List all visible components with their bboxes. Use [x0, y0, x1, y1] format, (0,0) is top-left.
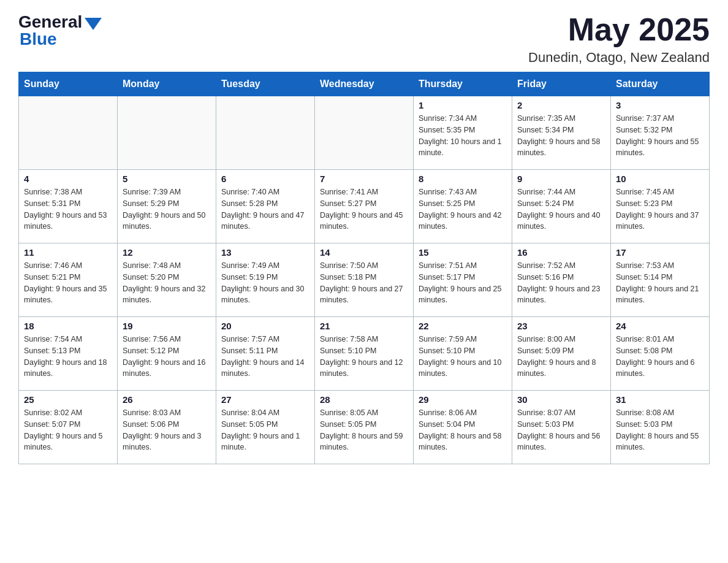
- day-header-thursday: Thursday: [414, 72, 512, 96]
- cell-sun-info: Sunrise: 8:06 AMSunset: 5:04 PMDaylight:…: [419, 407, 507, 453]
- cell-day-number: 24: [616, 321, 704, 331]
- calendar-cell: 3Sunrise: 7:37 AMSunset: 5:32 PMDaylight…: [611, 96, 710, 170]
- calendar-cell: 4Sunrise: 7:38 AMSunset: 5:31 PMDaylight…: [19, 170, 118, 243]
- cell-day-number: 26: [123, 394, 211, 405]
- calendar-cell: 21Sunrise: 7:58 AMSunset: 5:10 PMDayligh…: [315, 317, 414, 391]
- calendar-cell: 23Sunrise: 8:00 AMSunset: 5:09 PMDayligh…: [512, 317, 611, 391]
- cell-day-number: 20: [221, 321, 309, 331]
- day-header-wednesday: Wednesday: [315, 72, 414, 96]
- day-header-friday: Friday: [512, 72, 611, 96]
- cell-day-number: 1: [419, 100, 507, 110]
- calendar-cell: 6Sunrise: 7:40 AMSunset: 5:28 PMDaylight…: [216, 170, 315, 243]
- calendar-cell: [118, 96, 216, 170]
- cell-sun-info: Sunrise: 7:50 AMSunset: 5:18 PMDaylight:…: [320, 260, 408, 306]
- calendar-cell: 28Sunrise: 8:05 AMSunset: 5:05 PMDayligh…: [315, 391, 414, 464]
- calendar-cell: [216, 96, 315, 170]
- calendar-cell: 2Sunrise: 7:35 AMSunset: 5:34 PMDaylight…: [512, 96, 611, 170]
- calendar-cell: [19, 96, 118, 170]
- cell-day-number: 8: [419, 174, 507, 184]
- calendar-cell: [315, 96, 414, 170]
- cell-day-number: 6: [221, 174, 309, 184]
- calendar-cell: 27Sunrise: 8:04 AMSunset: 5:05 PMDayligh…: [216, 391, 315, 464]
- calendar-cell: 18Sunrise: 7:54 AMSunset: 5:13 PMDayligh…: [19, 317, 118, 391]
- logo-blue-text: Blue: [20, 29, 57, 49]
- cell-day-number: 21: [320, 321, 408, 331]
- cell-sun-info: Sunrise: 8:08 AMSunset: 5:03 PMDaylight:…: [616, 407, 704, 453]
- calendar-week-2: 4Sunrise: 7:38 AMSunset: 5:31 PMDaylight…: [19, 170, 710, 243]
- calendar-cell: 11Sunrise: 7:46 AMSunset: 5:21 PMDayligh…: [19, 243, 118, 317]
- cell-day-number: 16: [517, 247, 605, 258]
- calendar-table: SundayMondayTuesdayWednesdayThursdayFrid…: [18, 72, 710, 464]
- calendar-cell: 22Sunrise: 7:59 AMSunset: 5:10 PMDayligh…: [414, 317, 512, 391]
- cell-sun-info: Sunrise: 7:57 AMSunset: 5:11 PMDaylight:…: [221, 334, 309, 380]
- calendar-cell: 26Sunrise: 8:03 AMSunset: 5:06 PMDayligh…: [118, 391, 216, 464]
- cell-day-number: 12: [123, 247, 211, 258]
- cell-sun-info: Sunrise: 7:35 AMSunset: 5:34 PMDaylight:…: [517, 113, 605, 159]
- cell-day-number: 14: [320, 247, 408, 258]
- cell-day-number: 2: [517, 100, 605, 110]
- calendar-cell: 8Sunrise: 7:43 AMSunset: 5:25 PMDaylight…: [414, 170, 512, 243]
- calendar-cell: 17Sunrise: 7:53 AMSunset: 5:14 PMDayligh…: [611, 243, 710, 317]
- calendar-cell: 10Sunrise: 7:45 AMSunset: 5:23 PMDayligh…: [611, 170, 710, 243]
- day-header-sunday: Sunday: [19, 72, 118, 96]
- calendar-cell: 1Sunrise: 7:34 AMSunset: 5:35 PMDaylight…: [414, 96, 512, 170]
- cell-sun-info: Sunrise: 7:51 AMSunset: 5:17 PMDaylight:…: [419, 260, 507, 306]
- cell-day-number: 13: [221, 247, 309, 258]
- cell-sun-info: Sunrise: 8:04 AMSunset: 5:05 PMDaylight:…: [221, 407, 309, 453]
- cell-sun-info: Sunrise: 7:37 AMSunset: 5:32 PMDaylight:…: [616, 113, 704, 159]
- cell-sun-info: Sunrise: 7:41 AMSunset: 5:27 PMDaylight:…: [320, 186, 408, 232]
- title-block: May 2025 Dunedin, Otago, New Zealand: [528, 12, 710, 66]
- calendar-cell: 24Sunrise: 8:01 AMSunset: 5:08 PMDayligh…: [611, 317, 710, 391]
- cell-sun-info: Sunrise: 7:39 AMSunset: 5:29 PMDaylight:…: [123, 186, 211, 232]
- cell-day-number: 25: [24, 394, 112, 405]
- cell-day-number: 5: [123, 174, 211, 184]
- cell-sun-info: Sunrise: 7:53 AMSunset: 5:14 PMDaylight:…: [616, 260, 704, 306]
- cell-sun-info: Sunrise: 7:38 AMSunset: 5:31 PMDaylight:…: [24, 186, 112, 232]
- calendar-cell: 15Sunrise: 7:51 AMSunset: 5:17 PMDayligh…: [414, 243, 512, 317]
- cell-day-number: 19: [123, 321, 211, 331]
- cell-day-number: 7: [320, 174, 408, 184]
- calendar-week-5: 25Sunrise: 8:02 AMSunset: 5:07 PMDayligh…: [19, 391, 710, 464]
- calendar-cell: 5Sunrise: 7:39 AMSunset: 5:29 PMDaylight…: [118, 170, 216, 243]
- calendar-cell: 7Sunrise: 7:41 AMSunset: 5:27 PMDaylight…: [315, 170, 414, 243]
- calendar-cell: 9Sunrise: 7:44 AMSunset: 5:24 PMDaylight…: [512, 170, 611, 243]
- calendar-cell: 30Sunrise: 8:07 AMSunset: 5:03 PMDayligh…: [512, 391, 611, 464]
- page-header: General Blue May 2025 Dunedin, Otago, Ne…: [18, 12, 710, 66]
- day-header-saturday: Saturday: [611, 72, 710, 96]
- cell-sun-info: Sunrise: 7:59 AMSunset: 5:10 PMDaylight:…: [419, 334, 507, 380]
- calendar-cell: 16Sunrise: 7:52 AMSunset: 5:16 PMDayligh…: [512, 243, 611, 317]
- cell-sun-info: Sunrise: 7:43 AMSunset: 5:25 PMDaylight:…: [419, 186, 507, 232]
- cell-day-number: 18: [24, 321, 112, 331]
- calendar-week-1: 1Sunrise: 7:34 AMSunset: 5:35 PMDaylight…: [19, 96, 710, 170]
- cell-day-number: 4: [24, 174, 112, 184]
- calendar-cell: 29Sunrise: 8:06 AMSunset: 5:04 PMDayligh…: [414, 391, 512, 464]
- cell-sun-info: Sunrise: 8:00 AMSunset: 5:09 PMDaylight:…: [517, 334, 605, 380]
- logo: General Blue: [18, 12, 102, 49]
- cell-sun-info: Sunrise: 7:52 AMSunset: 5:16 PMDaylight:…: [517, 260, 605, 306]
- calendar-week-4: 18Sunrise: 7:54 AMSunset: 5:13 PMDayligh…: [19, 317, 710, 391]
- calendar-cell: 19Sunrise: 7:56 AMSunset: 5:12 PMDayligh…: [118, 317, 216, 391]
- cell-sun-info: Sunrise: 8:05 AMSunset: 5:05 PMDaylight:…: [320, 407, 408, 453]
- location-subtitle: Dunedin, Otago, New Zealand: [528, 50, 710, 66]
- day-header-tuesday: Tuesday: [216, 72, 315, 96]
- cell-sun-info: Sunrise: 7:49 AMSunset: 5:19 PMDaylight:…: [221, 260, 309, 306]
- cell-day-number: 11: [24, 247, 112, 258]
- cell-sun-info: Sunrise: 8:03 AMSunset: 5:06 PMDaylight:…: [123, 407, 211, 453]
- cell-sun-info: Sunrise: 7:56 AMSunset: 5:12 PMDaylight:…: [123, 334, 211, 380]
- cell-sun-info: Sunrise: 8:02 AMSunset: 5:07 PMDaylight:…: [24, 407, 112, 453]
- cell-day-number: 17: [616, 247, 704, 258]
- month-year-title: May 2025: [528, 12, 710, 47]
- cell-sun-info: Sunrise: 7:40 AMSunset: 5:28 PMDaylight:…: [221, 186, 309, 232]
- cell-day-number: 29: [419, 394, 507, 405]
- cell-day-number: 3: [616, 100, 704, 110]
- calendar-cell: 20Sunrise: 7:57 AMSunset: 5:11 PMDayligh…: [216, 317, 315, 391]
- cell-sun-info: Sunrise: 7:48 AMSunset: 5:20 PMDaylight:…: [123, 260, 211, 306]
- day-header-monday: Monday: [118, 72, 216, 96]
- calendar-cell: 14Sunrise: 7:50 AMSunset: 5:18 PMDayligh…: [315, 243, 414, 317]
- cell-day-number: 10: [616, 174, 704, 184]
- cell-day-number: 15: [419, 247, 507, 258]
- calendar-header: SundayMondayTuesdayWednesdayThursdayFrid…: [19, 72, 710, 96]
- calendar-week-3: 11Sunrise: 7:46 AMSunset: 5:21 PMDayligh…: [19, 243, 710, 317]
- cell-day-number: 30: [517, 394, 605, 405]
- calendar-cell: 31Sunrise: 8:08 AMSunset: 5:03 PMDayligh…: [611, 391, 710, 464]
